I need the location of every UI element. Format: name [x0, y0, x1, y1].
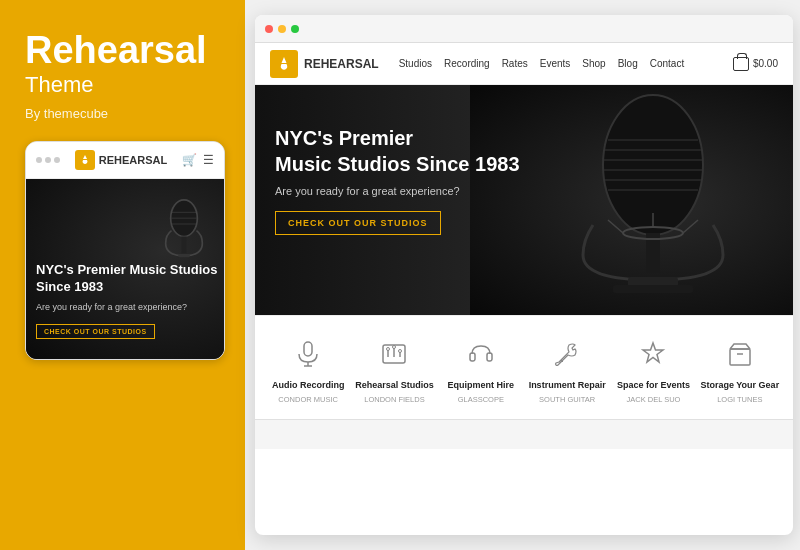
site-logo-text: REHEARSAL: [304, 57, 379, 71]
svg-rect-1: [182, 236, 187, 253]
nav-blog[interactable]: Blog: [618, 58, 638, 69]
svg-rect-2: [178, 254, 190, 257]
theme-title: Rehearsal: [25, 30, 220, 72]
feature-title-repair: Instrument Repair: [529, 380, 606, 392]
svg-rect-31: [487, 353, 492, 361]
feature-subtitle-equipment: GLASSCOPE: [458, 395, 504, 405]
star-icon: [635, 336, 671, 372]
mobile-hero: NYC's Premier Music Studios Since 1983 A…: [26, 179, 224, 359]
wrench-icon: [549, 336, 585, 372]
bottom-strip: [255, 419, 793, 449]
svg-rect-30: [470, 353, 475, 361]
feature-title-rehearsal: Rehearsal Studios: [355, 380, 434, 392]
headphones-icon: [463, 336, 499, 372]
browser-topbar: [255, 15, 793, 43]
svg-rect-33: [730, 349, 750, 365]
mobile-logo: REHEARSAL: [75, 150, 167, 170]
feature-subtitle-audio: CONDOR MUSIC: [278, 395, 338, 405]
svg-line-17: [608, 220, 623, 233]
cart-total: $0.00: [753, 58, 778, 69]
left-panel: Rehearsal Theme By themecube REHEARSAL 🛒…: [0, 0, 245, 550]
feature-title-storage: Storage Your Gear: [700, 380, 779, 392]
svg-point-28: [393, 346, 396, 349]
hero-cta-button[interactable]: CHECK OUT OUR STUDIOS: [275, 211, 441, 235]
svg-rect-15: [613, 285, 693, 293]
feature-rehearsal-studios: Rehearsal Studios LONDON FIELDS: [354, 336, 434, 404]
feature-subtitle-storage: LOGI TUNES: [717, 395, 762, 405]
feature-subtitle-rehearsal: LONDON FIELDS: [364, 395, 424, 405]
svg-point-29: [399, 350, 402, 353]
features-section: Audio Recording CONDOR MUSIC Rehearsal S…: [255, 315, 793, 419]
nav-contact[interactable]: Contact: [650, 58, 684, 69]
feature-title-events: Space for Events: [617, 380, 690, 392]
browser-mockup: REHEARSAL Studios Recording Rates Events…: [255, 15, 793, 535]
nav-links: Studios Recording Rates Events Shop Blog…: [399, 58, 733, 69]
feature-title-audio: Audio Recording: [272, 380, 345, 392]
mobile-menu-icon[interactable]: ☰: [203, 153, 214, 167]
cart-area[interactable]: $0.00: [733, 57, 778, 71]
mobile-logo-icon: [75, 150, 95, 170]
cart-icon: [733, 57, 749, 71]
mobile-hero-heading: NYC's Premier Music Studios Since 1983: [36, 262, 224, 296]
nav-events[interactable]: Events: [540, 58, 571, 69]
nav-studios[interactable]: Studios: [399, 58, 432, 69]
mobile-hero-subtext: Are you ready for a great experience?: [36, 302, 224, 312]
nav-rates[interactable]: Rates: [502, 58, 528, 69]
mixer-icon: [376, 336, 412, 372]
hero-heading: NYC's Premier Music Studios Since 1983: [275, 125, 520, 177]
site-logo-icon: [270, 50, 298, 78]
feature-title-equipment: Equipment Hire: [448, 380, 515, 392]
browser-dot-green[interactable]: [291, 25, 299, 33]
nav-recording[interactable]: Recording: [444, 58, 490, 69]
hero-content: NYC's Premier Music Studios Since 1983 A…: [275, 125, 520, 235]
mobile-dot-1: [36, 157, 42, 163]
mobile-topbar: REHEARSAL 🛒 ☰: [26, 142, 224, 179]
mobile-dot-3: [54, 157, 60, 163]
feature-subtitle-events: JACK DEL SUO: [627, 395, 681, 405]
box-icon: [722, 336, 758, 372]
feature-storage-gear: Storage Your Gear LOGI TUNES: [700, 336, 780, 404]
browser-dot-yellow[interactable]: [278, 25, 286, 33]
svg-line-19: [683, 220, 698, 233]
hero-mic-svg: [553, 85, 753, 315]
feature-instrument-repair: Instrument Repair SOUTH GUITAR: [527, 336, 607, 404]
mobile-nav-icons: 🛒 ☰: [182, 153, 214, 167]
feature-subtitle-repair: SOUTH GUITAR: [539, 395, 595, 405]
feature-space-events: Space for Events JACK DEL SUO: [613, 336, 693, 404]
mobile-window-dots: [36, 157, 60, 163]
svg-point-27: [387, 348, 390, 351]
feature-equipment-hire: Equipment Hire GLASSCOPE: [441, 336, 521, 404]
site-nav: REHEARSAL Studios Recording Rates Events…: [255, 43, 793, 85]
hero-subtext: Are you ready for a great experience?: [275, 185, 520, 197]
feature-audio-recording: Audio Recording CONDOR MUSIC: [268, 336, 348, 404]
nav-shop[interactable]: Shop: [582, 58, 605, 69]
author-label: By themecube: [25, 106, 220, 121]
mobile-logo-text: REHEARSAL: [99, 154, 167, 166]
theme-subtitle: Theme: [25, 72, 220, 98]
svg-rect-20: [304, 342, 312, 356]
mobile-mockup: REHEARSAL 🛒 ☰ NYC's Premier Music Studio…: [25, 141, 225, 360]
browser-dot-red[interactable]: [265, 25, 273, 33]
hero-section: NYC's Premier Music Studios Since 1983 A…: [255, 85, 793, 315]
mobile-hero-text: NYC's Premier Music Studios Since 1983 A…: [36, 262, 224, 339]
microphone-icon: [290, 336, 326, 372]
site-logo: REHEARSAL: [270, 50, 379, 78]
mobile-dot-2: [45, 157, 51, 163]
mobile-cta-button[interactable]: CHECK OUT OUR STUDIOS: [36, 324, 155, 339]
mobile-cart-icon[interactable]: 🛒: [182, 153, 197, 167]
